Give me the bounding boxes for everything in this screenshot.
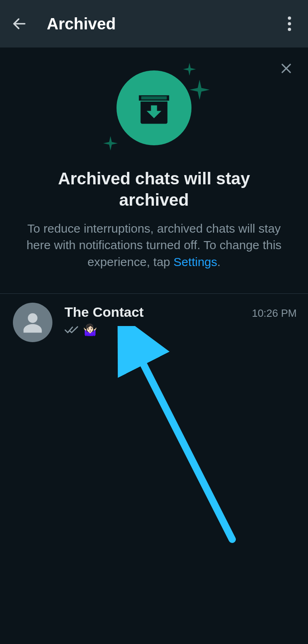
svg-point-4 <box>28 314 37 323</box>
more-menu-button[interactable] <box>278 12 301 35</box>
settings-link[interactable]: Settings <box>173 255 217 268</box>
archive-illustration <box>110 64 198 152</box>
annotation-arrow <box>117 326 246 551</box>
more-vertical-icon <box>288 17 291 31</box>
message-emoji: 🤷🏻‍♀️ <box>83 323 97 336</box>
banner-subtitle-tail: . <box>217 255 221 268</box>
chat-body: The Contact 10:26 PM 🤷🏻‍♀️ <box>65 303 297 336</box>
arrow-left-icon <box>11 16 27 32</box>
double-check-icon <box>65 325 79 335</box>
avatar[interactable] <box>13 303 52 342</box>
sparkle-icon <box>103 136 118 151</box>
dismiss-banner-button[interactable] <box>277 59 296 78</box>
chat-time: 10:26 PM <box>252 307 297 320</box>
person-icon <box>19 309 46 336</box>
banner-subtitle-text: To reduce interruptions, archived chats … <box>27 222 282 268</box>
page-title: Archived <box>47 15 116 33</box>
banner-subtitle: To reduce interruptions, archived chats … <box>25 220 283 270</box>
sparkle-icon <box>183 63 196 76</box>
svg-line-5 <box>131 339 232 539</box>
chat-list: The Contact 10:26 PM 🤷🏻‍♀️ <box>0 294 308 351</box>
app-bar: Archived <box>0 0 308 47</box>
chat-preview: 🤷🏻‍♀️ <box>65 323 297 336</box>
svg-rect-3 <box>141 96 166 99</box>
banner-title: Archived chats will stay archived <box>25 168 283 211</box>
archive-box-icon <box>134 88 174 128</box>
sparkle-icon <box>189 80 210 100</box>
close-icon <box>279 62 293 75</box>
chat-row[interactable]: The Contact 10:26 PM 🤷🏻‍♀️ <box>0 294 308 351</box>
archive-banner: Archived chats will stay archived To red… <box>0 47 308 294</box>
back-button[interactable] <box>8 12 31 35</box>
chat-name: The Contact <box>65 304 144 320</box>
